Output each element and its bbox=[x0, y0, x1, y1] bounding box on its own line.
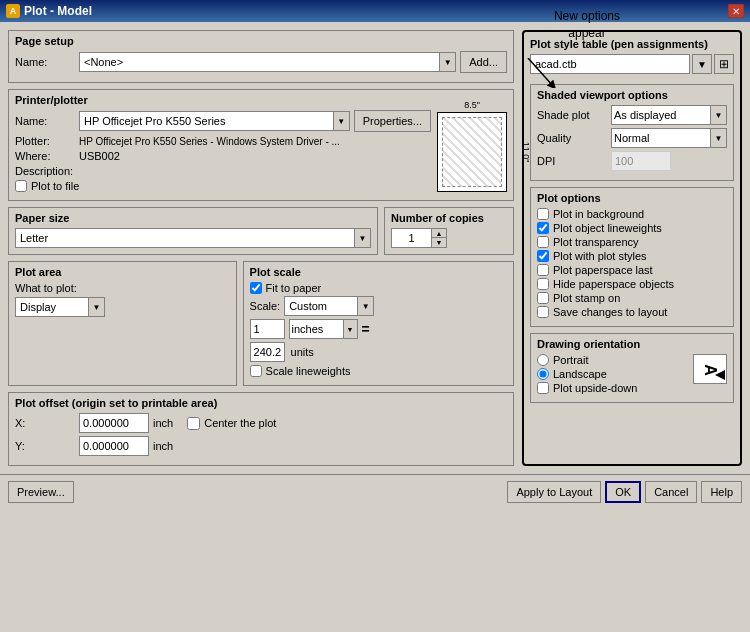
hide-paperspace-objects-checkbox[interactable] bbox=[537, 278, 549, 290]
shade-plot-label: Shade plot bbox=[537, 109, 607, 121]
help-button[interactable]: Help bbox=[701, 481, 742, 503]
title-bar: A Plot - Model ✕ bbox=[0, 0, 750, 22]
scale-dropdown[interactable]: Custom ▼ bbox=[284, 296, 374, 316]
drawing-orientation-section: Drawing orientation Portrait Landscape bbox=[530, 333, 734, 403]
cancel-button[interactable]: Cancel bbox=[645, 481, 697, 503]
paper-preview bbox=[437, 112, 507, 192]
paper-size-dropdown[interactable]: Letter ▼ bbox=[15, 228, 371, 248]
scale-select[interactable]: Custom bbox=[284, 296, 358, 316]
paper-dim-v: 11.0" bbox=[521, 142, 531, 163]
apply-to-layout-button[interactable]: Apply to Layout bbox=[507, 481, 601, 503]
landscape-radio[interactable] bbox=[537, 368, 549, 380]
center-plot-checkbox[interactable] bbox=[187, 417, 200, 430]
center-plot-label: Center the plot bbox=[204, 417, 276, 429]
plotter-value: HP Officejet Pro K550 Series - Windows S… bbox=[79, 136, 340, 147]
shade-plot-dd-btn[interactable]: ▼ bbox=[711, 105, 727, 125]
copies-down-btn[interactable]: ▼ bbox=[432, 238, 446, 247]
paper-size-label: Paper size bbox=[15, 212, 371, 224]
plot-with-plot-styles-checkbox[interactable] bbox=[537, 250, 549, 262]
shaded-viewport-label: Shaded viewport options bbox=[537, 89, 727, 101]
scale-lineweights-checkbox[interactable] bbox=[250, 365, 262, 377]
page-setup-name-select[interactable]: <None> bbox=[79, 52, 440, 72]
scale-value2-input[interactable] bbox=[250, 342, 285, 362]
fit-to-paper-checkbox[interactable] bbox=[250, 282, 262, 294]
portrait-radio[interactable] bbox=[537, 354, 549, 366]
copies-spinner[interactable]: ▲ ▼ bbox=[391, 228, 507, 248]
plot-scale-label: Plot scale bbox=[250, 266, 507, 278]
plot-stamp-on-label: Plot stamp on bbox=[553, 292, 620, 304]
scale-dd-btn[interactable]: ▼ bbox=[358, 296, 374, 316]
paper-size-select[interactable]: Letter bbox=[15, 228, 355, 248]
plot-object-lineweights-checkbox[interactable] bbox=[537, 222, 549, 234]
copies-spinner-btns[interactable]: ▲ ▼ bbox=[431, 228, 447, 248]
shaded-viewport-section: Shaded viewport options Shade plot As di… bbox=[530, 84, 734, 181]
printer-plotter-section: Printer/plotter Name: HP Officejet Pro K… bbox=[8, 89, 514, 201]
units-dd-btn[interactable]: ▼ bbox=[344, 319, 358, 339]
plot-paperspace-last-checkbox[interactable] bbox=[537, 264, 549, 276]
svg-marker-1 bbox=[715, 370, 725, 380]
quality-dropdown[interactable]: Normal ▼ bbox=[611, 128, 727, 148]
scale-value1-input[interactable] bbox=[250, 319, 285, 339]
x-label: X: bbox=[15, 417, 75, 429]
where-label: Where: bbox=[15, 150, 75, 162]
plot-in-background-checkbox[interactable] bbox=[537, 208, 549, 220]
printer-name-select[interactable]: HP Officejet Pro K550 Series bbox=[79, 111, 334, 131]
page-setup-name-dropdown[interactable]: <None> ▼ bbox=[79, 52, 456, 72]
plot-to-file-checkbox[interactable] bbox=[15, 180, 27, 192]
quality-dd-btn[interactable]: ▼ bbox=[711, 128, 727, 148]
svg-line-0 bbox=[528, 58, 553, 86]
what-to-plot-select[interactable]: Display bbox=[15, 297, 89, 317]
name-label: Name: bbox=[15, 56, 75, 68]
fit-to-paper-label: Fit to paper bbox=[266, 282, 322, 294]
what-to-plot-dd-btn[interactable]: ▼ bbox=[89, 297, 105, 317]
plot-in-background-label: Plot in background bbox=[553, 208, 644, 220]
units-select[interactable]: inches bbox=[289, 319, 344, 339]
page-setup-section: Page setup Name: <None> ▼ Add... bbox=[8, 30, 514, 83]
units-dropdown[interactable]: inches ▼ bbox=[289, 319, 358, 339]
copies-label: Number of copies bbox=[391, 212, 507, 224]
shade-plot-select[interactable]: As displayed bbox=[611, 105, 711, 125]
plot-style-dd-btn[interactable]: ▼ bbox=[692, 54, 712, 74]
app-icon: A bbox=[6, 4, 20, 18]
paper-size-dd-btn[interactable]: ▼ bbox=[355, 228, 371, 248]
units2-label: units bbox=[291, 346, 314, 358]
page-setup-dropdown-btn[interactable]: ▼ bbox=[440, 52, 456, 72]
left-panel: Page setup Name: <None> ▼ Add... Printer… bbox=[8, 30, 514, 466]
y-input[interactable] bbox=[79, 436, 149, 456]
bottom-right-buttons: Apply to Layout OK Cancel Help bbox=[507, 481, 742, 503]
dpi-input bbox=[611, 151, 671, 171]
plot-offset-label: Plot offset (origin set to printable are… bbox=[15, 397, 507, 409]
shade-plot-dropdown[interactable]: As displayed ▼ bbox=[611, 105, 727, 125]
plot-stamp-on-checkbox[interactable] bbox=[537, 292, 549, 304]
plot-options-label: Plot options bbox=[537, 192, 727, 204]
ok-button[interactable]: OK bbox=[605, 481, 641, 503]
dpi-label: DPI bbox=[537, 155, 607, 167]
annotation-text: New options appear bbox=[554, 8, 620, 42]
what-to-plot-label: What to plot: bbox=[15, 282, 77, 294]
preview-button[interactable]: Preview... bbox=[8, 481, 74, 503]
plot-style-edit-btn[interactable]: ⊞ bbox=[714, 54, 734, 74]
plot-upside-down-label: Plot upside-down bbox=[553, 382, 637, 394]
quality-select[interactable]: Normal bbox=[611, 128, 711, 148]
properties-button[interactable]: Properties... bbox=[354, 110, 431, 132]
save-changes-to-layout-checkbox[interactable] bbox=[537, 306, 549, 318]
paper-copies-row: Paper size Letter ▼ Number of copies ▲ bbox=[8, 207, 514, 255]
printer-plotter-label: Printer/plotter bbox=[15, 94, 507, 106]
plot-with-plot-styles-label: Plot with plot styles bbox=[553, 250, 647, 262]
plot-options-section: Plot options Plot in background Plot obj… bbox=[530, 187, 734, 327]
x-input[interactable] bbox=[79, 413, 149, 433]
copies-up-btn[interactable]: ▲ bbox=[432, 229, 446, 238]
plot-upside-down-checkbox[interactable] bbox=[537, 382, 549, 394]
printer-dropdown-btn[interactable]: ▼ bbox=[334, 111, 350, 131]
paper-preview-inner bbox=[442, 117, 502, 187]
plot-transparency-checkbox[interactable] bbox=[537, 236, 549, 248]
plot-offset-section: Plot offset (origin set to printable are… bbox=[8, 392, 514, 466]
printer-name-dropdown[interactable]: HP Officejet Pro K550 Series ▼ bbox=[79, 111, 350, 131]
scale-label: Scale: bbox=[250, 300, 281, 312]
copies-input[interactable] bbox=[391, 228, 431, 248]
printer-name-label: Name: bbox=[15, 115, 75, 127]
landscape-label: Landscape bbox=[553, 368, 607, 380]
what-to-plot-dropdown[interactable]: Display ▼ bbox=[15, 297, 105, 317]
copies-section: Number of copies ▲ ▼ bbox=[384, 207, 514, 255]
close-button[interactable]: ✕ bbox=[728, 4, 744, 18]
